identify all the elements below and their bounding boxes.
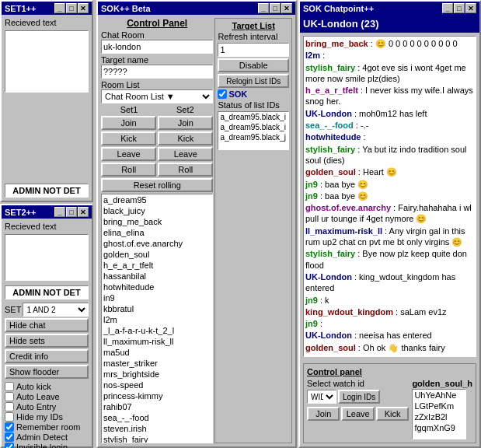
set1-col-label: Set1 — [120, 105, 138, 114]
list-item: stylish_fairy : Bye now plz keep quite d… — [305, 248, 474, 271]
list-item: king_wdout_kingdom : saLam ev1z — [305, 306, 474, 317]
room-list-section: Room List Chat Room List ▼ — [101, 80, 213, 103]
invisible-login-checkbox[interactable]: Invisible login — [5, 443, 89, 448]
set1-close-btn[interactable]: ✕ — [78, 3, 89, 13]
list-item: jn9 : baa bye 😊 — [305, 179, 474, 190]
list-item[interactable]: sea_-_-food — [102, 412, 212, 423]
list-item[interactable]: hotwhitedude — [102, 282, 212, 292]
list-item[interactable]: kbbratul — [102, 303, 212, 314]
status-list[interactable]: a_dream95.black_ia_dream95.black_ia_drea… — [218, 111, 289, 150]
list-item[interactable]: master_striker — [102, 358, 212, 369]
auto-kick-checkbox[interactable]: Auto kick — [5, 382, 89, 391]
list-item[interactable]: princess-kimmy — [102, 390, 212, 401]
list-item[interactable]: zZxIzB2l — [413, 411, 465, 422]
relogin-btn[interactable]: Relogin List IDs — [218, 74, 289, 88]
list-item[interactable]: bring_me_back — [102, 216, 212, 227]
list-item[interactable]: _l_a-f-a-r-u-k-t_2_l — [102, 325, 212, 336]
sok-checkbox[interactable] — [218, 89, 227, 99]
user-list[interactable]: a_dream95black_juicybring_me_backelina_e… — [101, 194, 213, 443]
chat-leave-btn[interactable]: Leave — [341, 407, 374, 421]
refresh-input[interactable] — [218, 43, 289, 57]
auto-leave-checkbox[interactable]: Auto Leave — [5, 392, 89, 401]
sok-minimize-btn[interactable]: _ — [258, 3, 269, 13]
set1-admin-text: ADMIN NOT DET — [5, 184, 89, 198]
list-item[interactable]: hassanbilal — [102, 271, 212, 282]
control-panel-label: Control Panel — [101, 18, 213, 29]
set1-received-box — [5, 30, 89, 93]
list-item[interactable]: steven.irish — [102, 423, 212, 434]
set2-maximize-btn[interactable]: □ — [66, 207, 77, 217]
chat-close-btn[interactable]: ✕ — [465, 3, 476, 13]
list-item[interactable]: ghost.of.eve.anarchy — [102, 238, 212, 249]
set2-title: SET2++ — [5, 208, 36, 217]
chat-minimize-btn[interactable]: _ — [442, 3, 453, 13]
kick2-btn[interactable]: Kick — [158, 131, 213, 145]
list-item[interactable]: in9 — [102, 292, 212, 303]
sok-close-btn[interactable]: ✕ — [281, 3, 292, 13]
hide-sets-btn[interactable]: Hide sets — [5, 334, 89, 348]
list-item: hotwhitedude : — [305, 131, 474, 142]
show-flooder-btn[interactable]: Show flooder — [5, 365, 89, 379]
refresh-label: Refresh interval — [218, 32, 289, 41]
hide-ids-checkbox[interactable]: Hide my IDs — [5, 412, 89, 422]
chat-control-label: Control panel — [307, 367, 472, 376]
reset-rolling-btn[interactable]: Reset rolling — [101, 178, 213, 192]
list-item[interactable]: stylish_fairy — [102, 434, 212, 443]
disable-btn[interactable]: Disable — [218, 58, 289, 72]
list-item[interactable]: LGtPefKm — [413, 401, 465, 411]
list-item[interactable]: a_dream95.black_i — [218, 112, 288, 122]
list-item[interactable]: ma5ud — [102, 347, 212, 358]
list-item[interactable]: UhYeAhNe — [413, 390, 465, 401]
list-item: UK-London : neeisa has entered — [305, 330, 474, 341]
list-item[interactable]: h_e_a_r_tfelt — [102, 260, 212, 271]
leave1-btn[interactable]: Leave — [101, 147, 156, 161]
list-item[interactable]: black_juicy — [102, 205, 212, 216]
set1-titlebar: SET1++ _ □ ✕ — [2, 2, 92, 15]
list-item[interactable]: elina_elina — [102, 227, 212, 238]
list-item[interactable]: golden_soul — [102, 249, 212, 260]
list-item[interactable]: a_dream95.black_j — [218, 132, 288, 142]
set1-minimize-btn[interactable]: _ — [54, 3, 65, 13]
sok-panel: SOK++ Beta _ □ ✕ Control Panel Chat Room… — [96, 0, 297, 448]
chat-id-list[interactable]: UhYeAhNeLGtPefKmzZxIzB2lfgqmXnG9 — [412, 389, 466, 439]
list-item[interactable]: nos-speed — [102, 380, 212, 390]
list-item[interactable]: ll_maximum-risk_ll — [102, 336, 212, 347]
remember-room-checkbox[interactable]: Remember room — [5, 422, 89, 432]
chat-title: SOK Chatpoint++ — [303, 4, 374, 13]
auto-entry-checkbox[interactable]: Auto Entry — [5, 402, 89, 411]
target-name-input[interactable] — [101, 65, 213, 79]
chat-maximize-btn[interactable]: □ — [454, 3, 465, 13]
roll2-btn[interactable]: Roll — [158, 163, 213, 177]
wid-select[interactable]: WID1 — [307, 390, 336, 404]
login-ids-btn[interactable]: Login IDs — [338, 390, 380, 404]
target-name-label: Target name — [101, 55, 213, 65]
chat-join-btn[interactable]: Join — [307, 407, 340, 421]
list-item[interactable]: mrs_brightside — [102, 369, 212, 380]
admin-detect-checkbox[interactable]: Admin Detect — [5, 432, 89, 442]
set1-panel: SET1++ _ □ ✕ Recieved text ADMIN NOT DET — [0, 0, 93, 202]
join1-btn[interactable]: Join — [101, 116, 156, 130]
set2-col-label: Set2 — [176, 105, 194, 114]
list-item[interactable]: fgqmXnG9 — [413, 422, 465, 433]
set2-close-btn[interactable]: ✕ — [78, 207, 89, 217]
kick1-btn[interactable]: Kick — [101, 131, 156, 145]
join2-btn[interactable]: Join — [158, 116, 213, 130]
sok-checkbox-label: SOK — [228, 89, 247, 99]
credit-info-btn[interactable]: Credit info — [5, 349, 89, 363]
chat-room-input[interactable] — [101, 40, 213, 54]
set2-received-label: Recieved text — [5, 222, 89, 231]
chat-room-label: UK-London (23) — [300, 15, 479, 33]
hide-chat-btn[interactable]: Hide chat — [5, 318, 89, 332]
list-item[interactable]: a_dream95.black_i — [218, 122, 288, 132]
leave2-btn[interactable]: Leave — [158, 147, 213, 161]
list-item[interactable]: rahib07 — [102, 401, 212, 412]
set2-minimize-btn[interactable]: _ — [54, 207, 65, 217]
chat-kick-btn[interactable]: Kick — [376, 407, 409, 421]
room-list-select[interactable]: Chat Room List ▼ — [101, 89, 213, 103]
set1-maximize-btn[interactable]: □ — [66, 3, 77, 13]
sok-maximize-btn[interactable]: □ — [270, 3, 281, 13]
list-item[interactable]: a_dream95 — [102, 194, 212, 205]
roll1-btn[interactable]: Roll — [101, 163, 156, 177]
set-select[interactable]: 1 AND 2 — [23, 303, 89, 317]
list-item[interactable]: l2m — [102, 314, 212, 325]
